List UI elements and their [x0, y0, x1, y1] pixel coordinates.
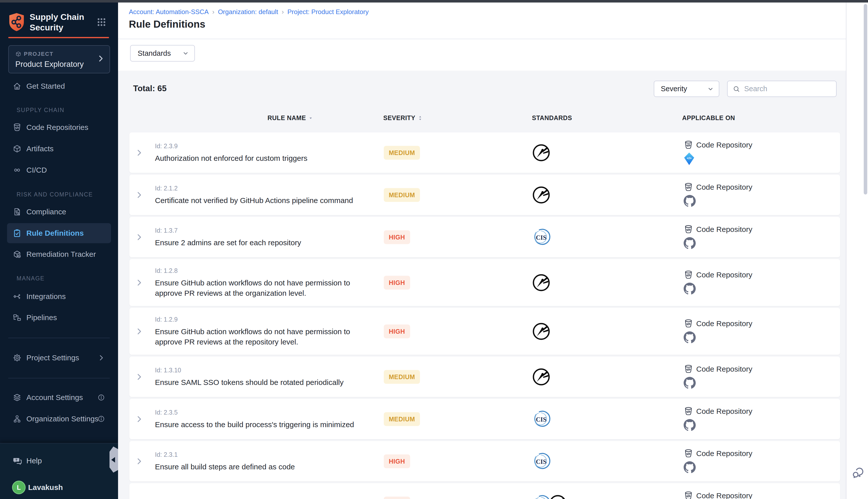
sidebar-item-label: Integrations: [26, 292, 66, 301]
rule-name: Ensure access to the build process's tri…: [155, 419, 354, 429]
severity-badge: MEDIUM: [384, 412, 420, 426]
module-grid-icon[interactable]: [97, 17, 107, 27]
project-selector[interactable]: PROJECT Product Exploratory: [8, 45, 110, 73]
search-field[interactable]: [727, 81, 836, 97]
rule-id: Id: 2.3.9: [155, 142, 307, 149]
table-row[interactable]: Id: 2.1.2Certificate not verified by Git…: [129, 175, 840, 215]
severity-badge: HIGH: [384, 276, 410, 290]
standards-cell: [532, 368, 548, 386]
applicable-on-cell: Code Repository: [684, 364, 752, 389]
help-chat-icon: ?: [13, 456, 22, 465]
severity-filter-dropdown[interactable]: Severity: [654, 81, 719, 97]
rule-id: Id: 2.3.1: [155, 451, 295, 458]
sidebar-item-label: Pipelines: [26, 313, 57, 322]
table-row[interactable]: Id: 1.3.10Ensure SAML SSO tokens should …: [129, 356, 840, 397]
sidebar-item-get-started[interactable]: Get Started: [0, 76, 118, 96]
search-icon: [733, 85, 740, 93]
table-row[interactable]: Id: 1.3.7Ensure 2 admins are set for eac…: [129, 217, 840, 257]
table-row[interactable]: Id: 2.3.1Ensure all build steps are defi…: [129, 441, 840, 482]
org-icon: [13, 414, 22, 423]
table-row[interactable]: Id: 2.3.9Authorization not enforced for …: [129, 132, 840, 173]
row-expand-chevron-icon[interactable]: [135, 373, 144, 381]
github-icon: [684, 331, 696, 343]
standards-dropdown[interactable]: Standards: [130, 45, 195, 62]
rules-table-body: Id: 2.3.9Authorization not enforced for …: [129, 132, 840, 499]
row-expand-chevron-icon[interactable]: [135, 148, 144, 157]
column-header-standards: STANDARDS: [532, 114, 572, 122]
sidebar-item-artifacts[interactable]: Artifacts: [0, 139, 118, 159]
code-repository-icon: [684, 449, 693, 458]
sidebar-item-ci-cd[interactable]: CI/CD: [0, 160, 118, 180]
standards-cell: [532, 322, 548, 341]
sidebar-item-organization-settings[interactable]: Organization Settings: [0, 409, 118, 429]
sidebar-item-rule-definitions[interactable]: Rule Definitions: [7, 223, 111, 243]
row-expand-chevron-icon[interactable]: [135, 327, 144, 336]
cube-icon: [13, 144, 22, 153]
applicable-on-label: Code Repository: [696, 271, 752, 279]
sidebar-collapse-handle[interactable]: [110, 447, 118, 473]
cis-standard-icon: CIS: [532, 410, 550, 428]
sidebar-item-label: Get Started: [26, 82, 65, 90]
chevron-right-icon: [97, 54, 105, 63]
project-cube-icon: [15, 51, 21, 57]
severity-badge: MEDIUM: [384, 146, 420, 160]
table-row[interactable]: Id: 2.3.5Ensure access to the build proc…: [129, 399, 840, 439]
cis-standard-icon: CIS: [532, 228, 550, 246]
supply-chain-security-logo-icon: [8, 13, 25, 32]
chat-widget-icon[interactable]: [852, 466, 864, 479]
sidebar-item-compliance[interactable]: Compliance: [0, 202, 118, 222]
info-icon[interactable]: [97, 394, 105, 401]
project-eyebrow-label: PROJECT: [24, 51, 53, 57]
sidebar: Supply Chain Security PROJECT Product Ex…: [0, 2, 118, 499]
sidebar-item-pipelines[interactable]: Pipelines: [0, 307, 118, 328]
column-header-applicable-on: APPLICABLE ON: [682, 114, 735, 122]
sidebar-item-help[interactable]: ? Help: [0, 452, 118, 470]
standards-cell: CIS: [532, 494, 565, 499]
info-icon[interactable]: [97, 415, 105, 423]
search-input[interactable]: [744, 84, 831, 93]
applicable-on-cell: Code Repository: [684, 224, 752, 250]
github-icon: [684, 283, 696, 295]
sidebar-section-supply-chain: SUPPLY CHAIN: [16, 105, 112, 115]
help-label: Help: [26, 457, 42, 465]
row-expand-chevron-icon[interactable]: [135, 415, 144, 423]
column-header-rule-name[interactable]: RULE NAME: [268, 114, 313, 122]
sidebar-user[interactable]: L Lavakush: [0, 479, 118, 496]
applicable-on-label: Code Repository: [696, 319, 752, 328]
applicable-on-cell: Code Repository: [684, 270, 752, 295]
breadcrumb-separator-icon: ›: [212, 8, 214, 16]
breadcrumb-link[interactable]: Organization: default: [218, 8, 278, 16]
applicable-on-cell: Code Repository: [684, 319, 752, 344]
row-expand-chevron-icon[interactable]: [135, 457, 144, 465]
owasp-standard-icon: [532, 368, 550, 386]
sidebar-item-integrations[interactable]: Integrations: [0, 287, 118, 306]
applicable-on-label: Code Repository: [696, 183, 752, 192]
owasp-standard-icon: [532, 186, 550, 204]
row-expand-chevron-icon[interactable]: [135, 278, 144, 287]
table-row[interactable]: Id: 1.2.8Ensure GitHub action workflows …: [129, 259, 840, 306]
column-header-severity[interactable]: SEVERITY: [383, 114, 422, 122]
applicable-on-label: Code Repository: [696, 407, 752, 416]
breadcrumb-link[interactable]: Account: Automation-SSCA: [129, 8, 209, 16]
sidebar-section-manage: MANAGE: [16, 273, 112, 283]
sort-both-icon[interactable]: [418, 115, 422, 121]
row-expand-chevron-icon[interactable]: [135, 233, 144, 242]
rule-name: Ensure GitHub action workflows do not ha…: [155, 278, 376, 298]
code-repository-icon: [684, 224, 693, 234]
sidebar-item-project-settings[interactable]: Project Settings: [0, 348, 118, 368]
sidebar-item-remediation-tracker[interactable]: Remediation Tracker: [0, 244, 118, 264]
table-row[interactable]: Id: 1.1.9HIGHCISCode Repository: [129, 483, 840, 499]
sort-desc-icon[interactable]: [308, 116, 313, 120]
table-header-row: RULE NAME SEVERITY STANDARDS APPLICABLE …: [118, 114, 846, 127]
github-icon: [684, 377, 696, 389]
applicable-on-label: Code Repository: [696, 365, 752, 373]
row-expand-chevron-icon[interactable]: [135, 191, 144, 199]
sidebar-item-account-settings[interactable]: Account Settings: [0, 387, 118, 407]
scrollbar-thumb[interactable]: [864, 4, 867, 194]
code-repo-icon: [13, 123, 22, 132]
standards-cell: [532, 273, 548, 292]
sidebar-item-code-repositories[interactable]: Code Repositories: [0, 117, 118, 137]
table-row[interactable]: Id: 1.2.9Ensure GitHub action workflows …: [129, 308, 840, 355]
breadcrumb-link[interactable]: Project: Product Exploratory: [287, 8, 369, 16]
sidebar-item-label: Artifacts: [26, 145, 53, 153]
